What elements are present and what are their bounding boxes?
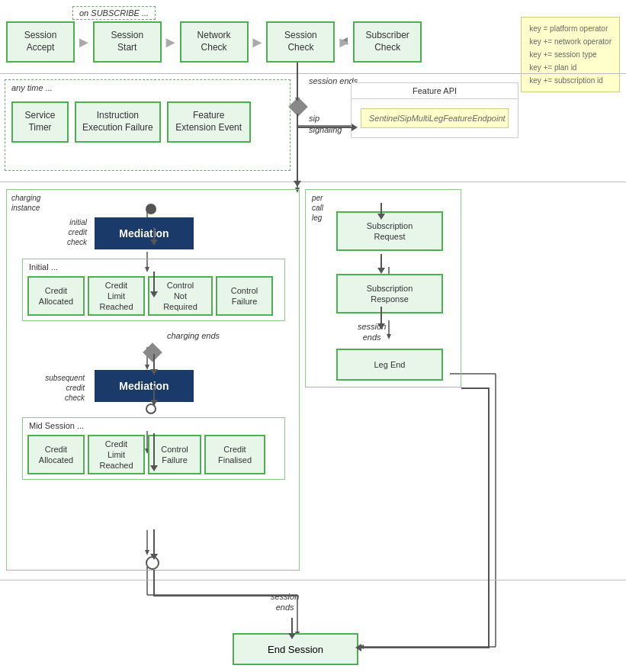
credit-limit-reached-1-box: Credit Limit Reached — [88, 276, 145, 316]
sip-arrow — [352, 124, 358, 131]
divider-1 — [0, 73, 626, 74]
control-failure-1-box: Control Failure — [216, 276, 273, 316]
credit-limit-reached-2-box: Credit Limit Reached — [88, 435, 145, 474]
initial-section-label: Initial ... — [29, 262, 58, 272]
per-call-leg-label: percallleg — [312, 193, 323, 223]
subscribe-label: on SUBSCRIBE ... — [72, 6, 156, 20]
line-per-call-to-right — [461, 387, 490, 389]
leg-end-line — [380, 307, 382, 325]
arrow-to-med2 — [150, 400, 158, 406]
subscription-request-box: Subscription Request — [336, 211, 443, 251]
subsequent-credit-check-label: subsequentcreditcheck — [24, 373, 85, 403]
line-down-2 — [297, 114, 298, 184]
line-mid-to-bottomcircle — [153, 529, 155, 555]
line-circle-to-mid — [153, 447, 155, 467]
session-accept-box: Session Accept — [6, 21, 75, 63]
mid-session-label: Mid Session ... — [29, 421, 84, 430]
line-diamond2-to-med2 — [153, 386, 155, 401]
arrow-to-mid — [150, 465, 158, 471]
credit-finalised-box: Credit Finalised — [204, 435, 265, 474]
credit-allocated-1-box: Credit Allocated — [27, 276, 85, 316]
leg-end-arrow — [377, 323, 385, 330]
session-start-box: Session Start — [93, 21, 162, 63]
arrow-to-endsession-from-right — [355, 644, 361, 651]
arrow-2: ► — [162, 34, 180, 51]
line-right-to-endsession-h — [360, 647, 490, 648]
flow-row: Session Accept ► Session Start ► Network… — [6, 21, 422, 63]
arrow-to-mediation1 — [150, 240, 158, 246]
session-check-box: Session Check — [266, 21, 335, 63]
mediation-box-1: Mediation — [95, 217, 194, 249]
line-bottomcircle-right — [153, 570, 155, 596]
subscription-response-box: Subscription Response — [336, 274, 443, 313]
diagram-container: on SUBSCRIBE ... Session Accept ► Sessio… — [0, 0, 626, 672]
service-timer-box: Service Timer — [11, 101, 69, 143]
arrow-to-initial — [150, 291, 158, 297]
leg-end-box: Leg End — [336, 349, 443, 381]
instruction-execution-failure-box: Instruction Execution Failure — [75, 101, 161, 143]
feature-extension-event-box: Feature Extension Event — [167, 101, 251, 143]
subscriber-check-box: Subscriber Check — [353, 21, 422, 63]
line-h-to-endsession — [155, 595, 297, 596]
line-down-1 — [297, 63, 298, 101]
credit-allocated-2-box: Credit Allocated — [27, 435, 85, 474]
charging-instance-box: charginginstance initialcreditcheck Medi… — [6, 189, 300, 571]
line-initial-to-diamond — [153, 354, 155, 371]
arrow-into-charging — [294, 181, 301, 187]
arrow-4: ► — [335, 34, 353, 51]
sip-signaling-label: sipsignaling — [309, 113, 342, 137]
key-legend: key = platform operator key += network o… — [521, 17, 620, 92]
session-ends-diamond — [288, 97, 307, 116]
sub-resp-line — [380, 254, 382, 269]
initial-credit-check-label: initialcreditcheck — [30, 217, 87, 247]
network-check-box: Network Check — [180, 21, 249, 63]
arrow-3: ► — [249, 34, 267, 51]
arrow-to-diamond-2 — [150, 369, 158, 375]
mediation-box-2: Mediation — [95, 370, 194, 402]
feature-api-title: Feature API — [352, 83, 518, 99]
feature-api-endpoint: SentinelSipMultiLegFeatureEndpoint — [361, 108, 509, 128]
charging-ends-label: charging ends — [167, 331, 220, 340]
divider-2 — [0, 182, 626, 182]
charging-ends-diamond — [143, 342, 162, 362]
sub-resp-arrow — [377, 268, 385, 274]
charging-instance-label: charginginstance — [11, 193, 40, 213]
arrow-1: ► — [75, 34, 93, 51]
line-mediation1-to-initial — [153, 272, 155, 293]
mediation-top-circle-1 — [146, 204, 156, 214]
end-session-arrow-down — [291, 618, 293, 635]
divider-3 — [0, 580, 626, 580]
arrow-to-bottomcircle — [150, 554, 158, 560]
feature-api-box: Feature API SentinelSipMultiLegFeatureEn… — [351, 82, 518, 138]
line-right-to-endsession-v — [488, 389, 490, 648]
anytime-label: any time ... — [11, 83, 53, 92]
line-med2-to-circle — [153, 433, 155, 447]
sub-req-arrow — [377, 214, 385, 220]
anytime-box: any time ... Service Timer Instruction E… — [5, 79, 291, 171]
sip-line-h — [298, 127, 353, 128]
end-session-arrow — [288, 633, 296, 639]
